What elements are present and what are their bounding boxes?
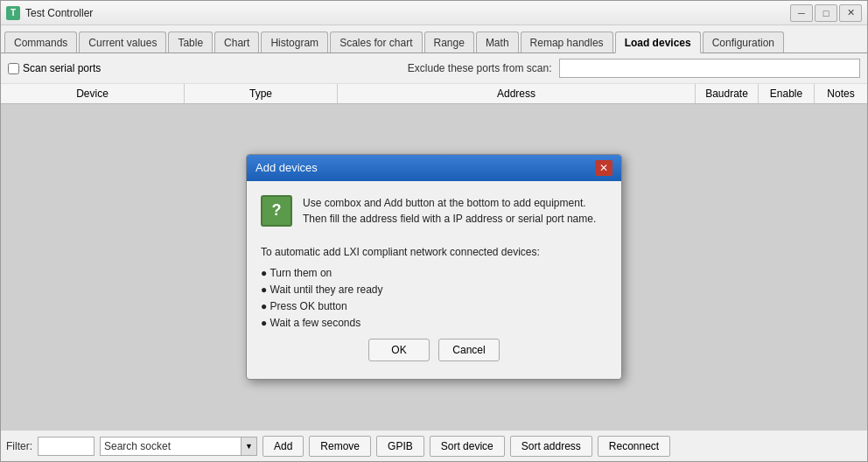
dialog-ok-button[interactable]: OK	[368, 339, 430, 361]
tab-bar: Commands Current values Table Chart Hist…	[1, 25, 867, 53]
dialog-buttons: OK Cancel	[261, 332, 607, 365]
search-socket-text: Search socket	[101, 438, 241, 454]
search-socket-combo[interactable]: Search socket ▼	[100, 437, 257, 456]
bottom-bar: Filter: Search socket ▼ Add Remove GPIB …	[1, 430, 867, 461]
reconnect-button[interactable]: Reconnect	[598, 436, 670, 457]
dialog-lxi-message: To automatic add LXI compliant network c…	[261, 246, 607, 258]
col-header-device: Device	[1, 84, 185, 103]
filter-input[interactable]	[38, 437, 94, 456]
window-title: Test Controller	[25, 7, 790, 19]
dialog-close-button[interactable]: ✕	[595, 160, 612, 176]
tab-commands[interactable]: Commands	[4, 32, 77, 52]
tab-table[interactable]: Table	[168, 32, 213, 52]
gpib-button[interactable]: GPIB	[376, 436, 424, 457]
dialog-title: Add devices	[256, 161, 318, 174]
search-socket-dropdown-arrow[interactable]: ▼	[241, 438, 256, 455]
main-content: Add devices ✕ ? Use combox and Add butto…	[1, 104, 867, 430]
sort-device-button[interactable]: Sort device	[430, 436, 505, 457]
col-header-baudrate: Baudrate	[696, 84, 759, 103]
tab-range[interactable]: Range	[424, 32, 474, 52]
tab-histogram[interactable]: Histogram	[261, 32, 328, 52]
main-window: T Test Controller ─ □ ✕ Commands Current…	[0, 0, 868, 462]
exclude-ports-input[interactable]	[559, 59, 860, 78]
dialog-body: ? Use combox and Add button at the botto…	[247, 181, 621, 380]
maximize-button[interactable]: □	[815, 4, 837, 22]
tab-scales-for-chart[interactable]: Scales for chart	[330, 32, 422, 52]
dialog-step-1: Turn them on	[261, 265, 607, 282]
minimize-button[interactable]: ─	[790, 4, 813, 22]
dialog-step-3: Press OK button	[261, 298, 607, 315]
dialog-question-icon: ?	[261, 195, 292, 227]
col-header-address: Address	[338, 84, 696, 103]
tab-configuration[interactable]: Configuration	[703, 32, 784, 52]
dialog-message-row: ? Use combox and Add button at the botto…	[261, 195, 607, 234]
app-icon: T	[6, 6, 20, 20]
tab-load-devices[interactable]: Load devices	[615, 32, 701, 53]
dialog-title-bar: Add devices ✕	[247, 155, 621, 181]
add-devices-dialog: Add devices ✕ ? Use combox and Add butto…	[246, 154, 622, 381]
table-header: Device Type Address Baudrate Enable Note…	[1, 84, 867, 104]
title-bar-controls: ─ □ ✕	[790, 4, 862, 22]
tab-math[interactable]: Math	[476, 32, 519, 52]
remove-button[interactable]: Remove	[309, 436, 371, 457]
exclude-ports-label: Exclude these ports from scan:	[408, 62, 552, 74]
dialog-main-message: Use combox and Add button at the bottom …	[303, 195, 607, 234]
dialog-step-4: Wait a few seconds	[261, 315, 607, 332]
dialog-steps-list: Turn them on Wait until they are ready P…	[261, 265, 607, 332]
col-header-type: Type	[185, 84, 338, 103]
tab-remap-handles[interactable]: Remap handles	[521, 32, 613, 52]
dialog-step-2: Wait until they are ready	[261, 282, 607, 298]
tab-current-values[interactable]: Current values	[79, 32, 166, 52]
scan-serial-ports-label[interactable]: Scan serial ports	[8, 62, 101, 74]
sort-address-button[interactable]: Sort address	[510, 436, 592, 457]
tab-chart[interactable]: Chart	[214, 32, 259, 52]
scan-serial-ports-checkbox[interactable]	[8, 63, 19, 74]
filter-label: Filter:	[6, 440, 32, 452]
dialog-cancel-button[interactable]: Cancel	[438, 339, 500, 361]
modal-overlay: Add devices ✕ ? Use combox and Add butto…	[1, 104, 867, 430]
title-bar: T Test Controller ─ □ ✕	[1, 1, 867, 25]
add-button[interactable]: Add	[262, 436, 304, 457]
close-button[interactable]: ✕	[839, 4, 862, 22]
toolbar: Scan serial ports Exclude these ports fr…	[1, 53, 867, 84]
col-header-notes: Notes	[815, 84, 867, 103]
col-header-enable: Enable	[759, 84, 815, 103]
